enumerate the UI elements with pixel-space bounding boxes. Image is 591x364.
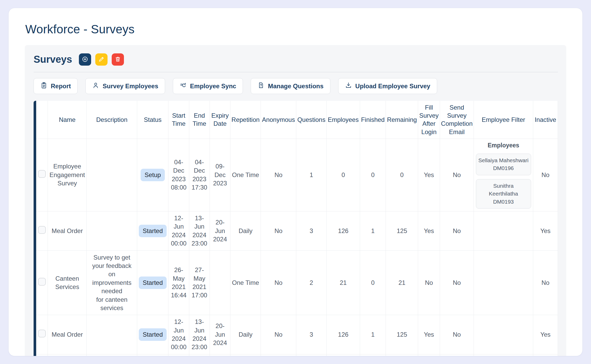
cell-repetition: One Time bbox=[230, 250, 261, 315]
cell-expiry-date: 20-Jun 2024 bbox=[210, 211, 230, 250]
employee-chip: Sellaiya MaheshwariDM0196 bbox=[476, 154, 531, 175]
cell-name: Employee Engagement Survey bbox=[48, 139, 87, 211]
cell-anonymous: No bbox=[261, 354, 296, 356]
cell-questions: 2 bbox=[296, 250, 326, 315]
table-row: Employee Engagement Survey Setup 04-Dec … bbox=[36, 139, 558, 211]
manage-questions-button[interactable]: Manage Questions bbox=[251, 78, 330, 94]
cell-start-time: 26-May 2021 16:44 bbox=[168, 250, 189, 315]
cell-description: Survey to get your feedback on improveme… bbox=[87, 354, 137, 356]
cell-name: Meal Order bbox=[48, 211, 87, 250]
cell-remaining: 125 bbox=[386, 211, 418, 250]
row-checkbox[interactable] bbox=[38, 170, 46, 178]
section-divider bbox=[34, 72, 558, 72]
cell-questions: 2 bbox=[296, 354, 326, 356]
report-button[interactable]: Report bbox=[34, 78, 78, 94]
delete-survey-button[interactable] bbox=[112, 53, 124, 66]
cell-status: Started bbox=[137, 315, 168, 354]
row-checkbox[interactable] bbox=[38, 226, 46, 234]
cell-questions: 3 bbox=[296, 211, 326, 250]
column-header[interactable]: Employee Filter bbox=[474, 101, 533, 139]
survey-employees-button[interactable]: Survey Employees bbox=[85, 78, 165, 94]
column-header[interactable]: Expiry Date bbox=[210, 101, 230, 139]
cell-finished: 0 bbox=[360, 250, 386, 315]
upload-employee-survey-label: Upload Employee Survey bbox=[355, 83, 430, 90]
add-survey-button[interactable] bbox=[79, 53, 91, 66]
cell-remaining: 21 bbox=[386, 354, 418, 356]
question-file-icon bbox=[257, 82, 265, 90]
cell-inactive: No bbox=[533, 139, 558, 211]
table-row: Canteen Services Survey to get your feed… bbox=[36, 354, 558, 356]
employee-filter-label: Employees bbox=[475, 141, 531, 149]
column-header[interactable]: Finished bbox=[360, 101, 386, 139]
cell-status: Setup bbox=[137, 139, 168, 211]
cell-start-time: 12-Jun 2024 00:00 bbox=[168, 315, 189, 354]
surveys-header: Surveys bbox=[34, 53, 558, 66]
column-header[interactable]: Name bbox=[48, 101, 87, 139]
status-badge: Started bbox=[139, 225, 167, 237]
cell-send-survey-completion-email: No bbox=[440, 211, 474, 250]
person-icon bbox=[92, 82, 99, 90]
column-header[interactable]: Description bbox=[87, 101, 137, 139]
cell-anonymous: No bbox=[261, 139, 296, 211]
row-checkbox[interactable] bbox=[38, 330, 46, 337]
column-header[interactable]: Questions bbox=[296, 101, 326, 139]
cell-fill-survey-after-login: Yes bbox=[418, 211, 440, 250]
cell-inactive: No bbox=[533, 250, 558, 315]
cell-status: Started bbox=[137, 211, 168, 250]
cell-end-time: 27-May 2021 17:00 bbox=[189, 250, 210, 315]
upload-tray-icon bbox=[345, 82, 352, 90]
report-label: Report bbox=[51, 83, 71, 90]
cell-status: Started bbox=[137, 250, 168, 315]
cell-employees: 21 bbox=[326, 250, 360, 315]
cell-send-survey-completion-email: No bbox=[440, 354, 474, 356]
row-checkbox[interactable] bbox=[38, 278, 46, 286]
edit-survey-button[interactable] bbox=[95, 53, 108, 66]
cell-send-survey-completion-email: No bbox=[440, 315, 474, 354]
employee-sync-button[interactable]: Employee Sync bbox=[173, 78, 243, 94]
toolbar: Report Survey Employees Employee Sync Ma… bbox=[34, 78, 558, 94]
cell-employees: 21 bbox=[326, 354, 360, 356]
employee-chip: Sunithra KeerthilathaDM0193 bbox=[476, 179, 531, 209]
cell-employees: 126 bbox=[326, 211, 360, 250]
table-row: Canteen Services Survey to get your feed… bbox=[36, 250, 558, 315]
upload-employee-survey-button[interactable]: Upload Employee Survey bbox=[338, 78, 437, 94]
column-header[interactable]: Start Time bbox=[168, 101, 189, 139]
cell-employees: 126 bbox=[326, 315, 360, 354]
cell-expiry-date: 20-Jun 2024 bbox=[210, 315, 230, 354]
cell-fill-survey-after-login: No bbox=[418, 250, 440, 315]
cell-fill-survey-after-login: Yes bbox=[418, 315, 440, 354]
column-header[interactable]: Anonymous bbox=[261, 101, 296, 139]
cell-description bbox=[87, 315, 137, 354]
cell-end-time: 13-Jun 2024 23:00 bbox=[189, 315, 210, 354]
surveys-table: NameDescriptionStatusStart TimeEnd TimeE… bbox=[34, 101, 558, 356]
cell-fill-survey-after-login: No bbox=[418, 354, 440, 356]
table-row: Meal Order Started 12-Jun 2024 00:00 13-… bbox=[36, 211, 558, 250]
cell-start-time: 04-Dec 2023 08:00 bbox=[168, 139, 189, 211]
column-header[interactable]: Repetition bbox=[230, 101, 261, 139]
cell-end-time: 27-May 2021 17:00 bbox=[189, 354, 210, 356]
cell-questions: 1 bbox=[296, 139, 326, 211]
column-header[interactable]: End Time bbox=[189, 101, 210, 139]
column-header[interactable]: Remaining bbox=[386, 101, 418, 139]
cell-status: Started bbox=[137, 354, 168, 356]
cell-description bbox=[87, 139, 137, 211]
cell-send-survey-completion-email: No bbox=[440, 250, 474, 315]
cell-repetition: One Time bbox=[230, 139, 261, 211]
main-card: Workforce - Surveys Surveys bbox=[8, 8, 583, 356]
cell-questions: 3 bbox=[296, 315, 326, 354]
sync-list-icon bbox=[180, 82, 187, 90]
column-header[interactable]: Status bbox=[137, 101, 168, 139]
column-header[interactable]: Inactive bbox=[533, 101, 558, 139]
cell-end-time: 04-Dec 2023 17:30 bbox=[189, 139, 210, 211]
column-header[interactable]: Employees bbox=[326, 101, 360, 139]
cell-finished: 1 bbox=[360, 315, 386, 354]
column-header[interactable]: Send Survey Completion Email bbox=[440, 101, 474, 139]
trash-icon bbox=[115, 56, 121, 63]
status-badge: Setup bbox=[141, 169, 165, 181]
cell-employee-filter bbox=[474, 354, 533, 356]
cell-repetition: One Time bbox=[230, 354, 261, 356]
manage-questions-label: Manage Questions bbox=[268, 83, 323, 90]
column-header[interactable]: Fill Survey After Login bbox=[418, 101, 440, 139]
cell-repetition: Daily bbox=[230, 211, 261, 250]
survey-employees-label: Survey Employees bbox=[103, 83, 158, 90]
